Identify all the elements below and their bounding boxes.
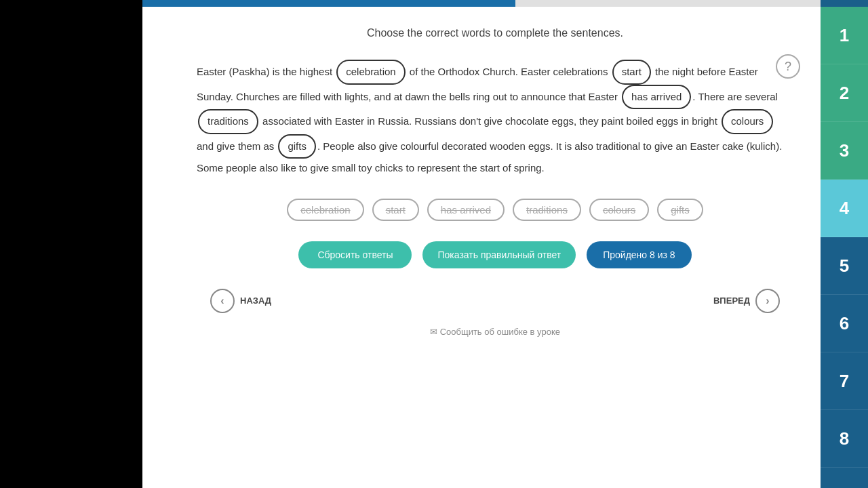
sidebar-item-3-label: 3	[840, 140, 849, 161]
sidebar-item-2[interactable]: 2	[821, 64, 868, 122]
sidebar-item-8-label: 8	[840, 428, 849, 449]
show-correct-button[interactable]: Показать правильный ответ	[422, 241, 576, 268]
navigation-row: ‹ НАЗАД ВПЕРЕД ›	[197, 289, 793, 313]
sidebar-item-8[interactable]: 8	[821, 410, 868, 468]
forward-button[interactable]: ВПЕРЕД ›	[713, 289, 780, 313]
progress-bar	[142, 0, 821, 7]
sidebar: 1 2 3 4 5 6 7 8	[821, 0, 868, 488]
chip-colours: colours	[722, 109, 773, 134]
sidebar-item-5[interactable]: 5	[821, 237, 868, 295]
sidebar-item-7[interactable]: 7	[821, 352, 868, 410]
bank-chip-celebration[interactable]: celebration	[287, 199, 363, 221]
bank-chip-start[interactable]: start	[372, 199, 419, 221]
chip-gifts: gifts	[278, 134, 316, 159]
back-button[interactable]: ‹ НАЗАД	[210, 289, 271, 313]
progress-filled	[142, 0, 515, 7]
word-bank: celebration start has arrived traditions…	[197, 199, 793, 221]
chip-celebration: celebration	[336, 60, 405, 85]
sidebar-item-3[interactable]: 3	[821, 122, 868, 180]
bank-chip-traditions[interactable]: traditions	[513, 199, 581, 221]
sidebar-item-7-label: 7	[840, 371, 849, 392]
sidebar-item-4-label: 4	[840, 198, 849, 219]
actions-row: Сбросить ответы Показать правильный отве…	[197, 241, 793, 268]
bank-chip-gifts[interactable]: gifts	[657, 199, 703, 221]
sidebar-item-1-label: 1	[840, 25, 849, 46]
chip-traditions: traditions	[198, 109, 258, 134]
reset-button[interactable]: Сбросить ответы	[298, 241, 412, 268]
back-icon: ‹	[210, 289, 235, 313]
sidebar-item-1[interactable]: 1	[821, 7, 868, 64]
sidebar-item-5-label: 5	[840, 256, 849, 277]
instruction-text: Choose the correct words to complete the…	[197, 27, 793, 39]
back-label: НАЗАД	[240, 296, 271, 306]
sidebar-item-6[interactable]: 6	[821, 295, 868, 352]
chip-start: start	[612, 60, 651, 85]
bank-chip-has-arrived[interactable]: has arrived	[427, 199, 505, 221]
sidebar-item-2-label: 2	[840, 83, 849, 104]
progress-button[interactable]: Пройдено 8 из 8	[587, 241, 691, 268]
report-link[interactable]: ✉ Сообщить об ошибке в уроке	[197, 327, 793, 337]
bank-chip-colours[interactable]: colours	[589, 199, 649, 221]
forward-icon: ›	[755, 289, 780, 313]
exercise-paragraph: Easter (Paskha) is the highest celebrati…	[197, 60, 793, 178]
sidebar-item-6-label: 6	[840, 313, 849, 334]
chip-has-arrived: has arrived	[622, 85, 691, 110]
sidebar-item-4[interactable]: 4	[821, 180, 868, 237]
forward-label: ВПЕРЕД	[713, 296, 750, 306]
help-button[interactable]: ?	[776, 54, 800, 79]
